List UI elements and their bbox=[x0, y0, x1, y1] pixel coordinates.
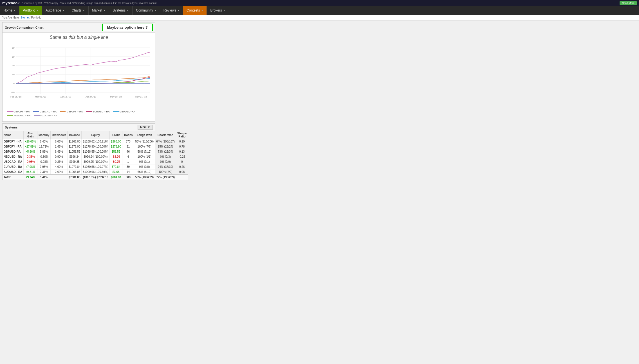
cell-longs-won: 58% (7/12) bbox=[134, 149, 155, 154]
nav-community[interactable]: Community ▼ bbox=[133, 6, 160, 15]
table-total-row: Total: +9.74% 5.41% $7681.83 (100.13%) $… bbox=[3, 175, 188, 180]
cell-sharpe: 0.08 bbox=[176, 169, 188, 175]
col-balance: Balance bbox=[67, 131, 82, 139]
col-longs-won: Longs Won bbox=[134, 131, 155, 139]
cell-monthly: 5.86% bbox=[37, 149, 50, 154]
cell-shorts-won: 94% (37/39) bbox=[155, 164, 176, 169]
cell-balance: $999.25 bbox=[67, 159, 82, 164]
chart-area: Same as this but a single line 80 60 40 … bbox=[3, 33, 155, 121]
legend-line-gbpjpy-ra bbox=[60, 111, 66, 112]
col-drawdown: Drawdown bbox=[51, 131, 68, 139]
cell-equity: $1278.90 (100.00%) bbox=[82, 144, 110, 149]
cell-equity: $1268.62 (100.21%) bbox=[82, 139, 110, 144]
cell-monthly: 7.98% bbox=[37, 164, 50, 169]
svg-text:40: 40 bbox=[12, 64, 15, 67]
nav-community-caret: ▼ bbox=[154, 9, 156, 12]
nav-brokers[interactable]: Brokers ▼ bbox=[207, 6, 229, 15]
legend-line-audusd-ra bbox=[7, 115, 13, 116]
total-balance: $7681.83 bbox=[67, 175, 82, 180]
chart-svg: 80 60 40 20 0 -20 Feb 26, '18 Mar 09, '1… bbox=[5, 42, 153, 109]
breadcrumb: You Are Here : Home / Portfolio bbox=[0, 15, 639, 21]
legend-usdcad-ra: USDCAD – RA bbox=[33, 110, 57, 113]
cell-name: USDCAD - RA bbox=[3, 159, 24, 164]
cell-longs-won: 100% (1/1) bbox=[134, 154, 155, 159]
legend-line-usdcad-ra bbox=[33, 111, 39, 112]
cell-sharpe: 0 bbox=[176, 159, 188, 164]
table-row: USDCAD - RA -0.08% -0.08% 0.23% $999.25 … bbox=[3, 159, 188, 164]
breadcrumb-home-link[interactable]: Home bbox=[21, 16, 29, 19]
systems-section: Systems More ▼ Name Abs. Gain Monthly Dr… bbox=[2, 123, 155, 180]
cell-abs-gain: +27.89% bbox=[24, 144, 37, 149]
cell-longs-won: 0% (0/0) bbox=[134, 164, 155, 169]
cell-name: GBPJPY - RA bbox=[3, 144, 24, 149]
cell-equity: $1009.96 (100.69%) bbox=[82, 169, 110, 175]
systems-header: Systems More ▼ bbox=[3, 124, 155, 131]
col-profit: Profit bbox=[110, 131, 122, 139]
cell-monthly: -0.30% bbox=[37, 154, 50, 159]
sponsored-label: Sponsored by XM bbox=[22, 2, 42, 4]
read-more-button[interactable]: Read More bbox=[620, 1, 637, 5]
cell-profit: $266.00 bbox=[110, 139, 122, 144]
nav-charts[interactable]: Charts ▼ bbox=[68, 6, 88, 15]
cell-equity: $996.24 (100.00%) bbox=[82, 154, 110, 159]
cell-longs-won: 100% (7/7) bbox=[134, 144, 155, 149]
svg-text:Apr 27, '18: Apr 27, '18 bbox=[86, 96, 97, 98]
legend-line-gbpusd-ra bbox=[113, 111, 119, 112]
svg-text:Mar 09, '18: Mar 09, '18 bbox=[35, 96, 46, 98]
option-button[interactable]: Maybe as option here ? bbox=[102, 24, 153, 31]
nav-autotrade-caret: ▼ bbox=[62, 9, 64, 12]
more-button[interactable]: More ▼ bbox=[138, 125, 153, 130]
nav-systems-caret: ▼ bbox=[127, 9, 129, 12]
legend-line-nzdusd-ra bbox=[34, 115, 40, 116]
cell-name: AUDUSD - RA bbox=[3, 169, 24, 175]
svg-text:60: 60 bbox=[12, 55, 15, 58]
nav-market[interactable]: Market ▼ bbox=[89, 6, 109, 15]
nav-reviews[interactable]: Reviews ▼ bbox=[160, 6, 183, 15]
cell-equity: $999.25 (100.00%) bbox=[82, 159, 110, 164]
top-banner: myfxbook Sponsored by XM *T&Cs apply. Fo… bbox=[0, 0, 639, 6]
cell-sharpe: 0.13 bbox=[176, 149, 188, 154]
cell-shorts-won: 64% (108/167) bbox=[155, 139, 176, 144]
legend-nzdusd-ra: NZDUSD – RA bbox=[34, 114, 57, 117]
cell-longs-won: 66% (8/12) bbox=[134, 169, 155, 175]
cell-abs-gain: +0.31% bbox=[24, 169, 37, 175]
cell-profit: $79.84 bbox=[110, 164, 122, 169]
nav-reviews-caret: ▼ bbox=[177, 9, 180, 12]
cell-balance: $1278.90 bbox=[67, 144, 82, 149]
total-trades: 508 bbox=[122, 175, 134, 180]
nav-systems[interactable]: Systems ▼ bbox=[109, 6, 133, 15]
cell-drawdown: 2.69% bbox=[51, 169, 68, 175]
total-name: Total: bbox=[3, 175, 24, 180]
svg-text:May 21, '18: May 21, '18 bbox=[135, 96, 147, 98]
chart-section: Growth Comparison Chart Maybe as option … bbox=[2, 22, 155, 122]
nav-charts-caret: ▼ bbox=[83, 9, 85, 12]
cell-abs-gain: +7.98% bbox=[24, 164, 37, 169]
svg-text:0: 0 bbox=[13, 82, 15, 85]
svg-text:20: 20 bbox=[12, 73, 15, 76]
cell-name: GBPUSD-RA bbox=[3, 149, 24, 154]
nav-autotrade[interactable]: AutoTrade ▼ bbox=[42, 6, 68, 15]
cell-profit: -$0.75 bbox=[110, 159, 122, 164]
cell-monthly: 8.40% bbox=[37, 139, 50, 144]
nav-home[interactable]: Home ▼ bbox=[0, 6, 19, 15]
legend-gbpusd-ra: GBPUSD–RA bbox=[113, 110, 135, 113]
cell-trades: 39 bbox=[122, 164, 134, 169]
total-sharpe bbox=[176, 175, 188, 180]
legend-eurusd-ra: EURUSD – RA bbox=[86, 110, 110, 113]
cell-longs-won: 56% (116/206) bbox=[134, 139, 155, 144]
cell-name: EURUSD - RA bbox=[3, 164, 24, 169]
cell-equity: $1080.58 (100.07%) bbox=[82, 164, 110, 169]
logo: myfxbook bbox=[2, 1, 19, 5]
nav-contests[interactable]: Contests ▼ bbox=[183, 6, 207, 15]
col-trades: Trades bbox=[122, 131, 134, 139]
cell-shorts-won: 0% (0/3) bbox=[155, 154, 176, 159]
cell-abs-gain: +26.66% bbox=[24, 139, 37, 144]
disclaimer-text: *T&Cs apply. Forex and CFD trading is hi… bbox=[44, 2, 618, 4]
total-drawdown bbox=[51, 175, 68, 180]
nav-portfolio[interactable]: Portfolio ▼ bbox=[19, 6, 42, 15]
svg-text:Feb 26, '18: Feb 26, '18 bbox=[10, 96, 22, 98]
table-row: AUDUSD - RA +0.31% 0.31% 2.69% $1003.05 … bbox=[3, 169, 188, 175]
cell-name: GBPJPY - HA bbox=[3, 139, 24, 144]
table-row: EURUSD - RA +7.98% 7.98% 4.62% $1079.84 … bbox=[3, 164, 188, 169]
svg-text:80: 80 bbox=[12, 46, 15, 49]
